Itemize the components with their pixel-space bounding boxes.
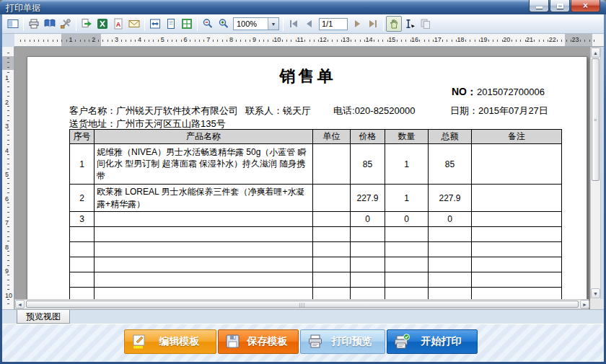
page-setup-button[interactable] — [42, 16, 58, 32]
table-cell: 3 — [70, 212, 95, 227]
table-cell — [70, 242, 95, 257]
table-cell — [351, 257, 385, 272]
table-cell — [472, 272, 562, 288]
tab-preview-view[interactable]: 预览视图 — [17, 310, 70, 324]
table-cell — [472, 242, 562, 257]
phone-field: 电话:020-82520000 — [333, 105, 415, 117]
table-cell — [472, 212, 562, 227]
close-button[interactable]: × — [571, 0, 600, 12]
window-body: A 100% ▼ 1 — [2, 14, 604, 362]
start-print-icon — [394, 334, 410, 350]
options-button[interactable] — [58, 16, 74, 32]
save-template-button[interactable]: 保存模板 — [218, 329, 299, 354]
vertical-scrollbar[interactable]: ▲ ≡ ▼ — [590, 47, 601, 309]
zoom-out-icon[interactable] — [200, 16, 216, 32]
zoom-in-icon[interactable] — [216, 16, 232, 32]
contact-field: 联系人：锐天厅 — [245, 105, 311, 117]
table-cell: 227.9 — [351, 185, 385, 212]
edit-template-icon — [131, 334, 147, 350]
table-cell — [429, 272, 472, 288]
zoom-level-value: 100% — [234, 18, 268, 30]
table-cell — [70, 227, 95, 242]
table-cell: 2 — [70, 185, 95, 212]
table-cell: 85 — [429, 144, 472, 185]
horizontal-scrollbar-thumb[interactable]: ||| — [26, 301, 579, 308]
export-excel-button[interactable] — [95, 16, 110, 32]
table-header-row: 序号产品名称单位价格数量总额备注 — [70, 130, 562, 144]
table-header-cell: 数量 — [385, 130, 429, 144]
copy-button[interactable] — [418, 16, 434, 32]
table-cell — [95, 257, 313, 272]
prev-page-button[interactable] — [302, 16, 317, 32]
table-cell — [95, 212, 313, 227]
table-cell: 85 — [351, 144, 385, 185]
vertical-scrollbar-thumb[interactable]: ≡ — [592, 58, 600, 181]
minimize-button[interactable] — [529, 0, 549, 12]
table-cell: 1 — [70, 144, 95, 185]
customer-field: 客户名称：广州锐天厅软件技术有限公司 — [69, 105, 238, 117]
table-row — [70, 242, 562, 257]
panel-toggle-button[interactable] — [5, 16, 21, 32]
horizontal-scrollbar[interactable]: ◄ ||| ► — [14, 299, 589, 309]
table-cell — [313, 257, 351, 272]
scroll-right-icon[interactable]: ► — [580, 300, 589, 308]
first-page-button[interactable] — [286, 16, 302, 32]
scroll-down-icon[interactable]: ▼ — [591, 288, 600, 298]
document-number: NO：2015072700006 — [452, 86, 545, 99]
document-number-value: 2015072700006 — [477, 86, 545, 97]
table-cell: 1 — [385, 185, 429, 212]
top-margin-indicator — [2, 56, 14, 70]
text-select-tool-button[interactable] — [402, 16, 418, 32]
sales-table: 序号产品名称单位价格数量总额备注 1妮维雅（NIVEA）男士水活畅透精华露 50… — [69, 129, 562, 303]
close-icon: × — [583, 1, 588, 11]
table-cell — [95, 272, 313, 288]
scroll-up-icon[interactable]: ▲ — [591, 48, 600, 58]
table-body: 1妮维雅（NIVEA）男士水活畅透精华露 50g（小蓝管 瞬间化水 型男订制 超… — [70, 144, 562, 303]
maximize-button[interactable] — [550, 0, 570, 12]
table-cell — [351, 227, 385, 242]
table-cell — [429, 257, 472, 272]
table-cell — [313, 212, 351, 227]
toolbar-separator — [23, 17, 24, 31]
toolbar: A 100% ▼ — [2, 14, 604, 34]
table-row: 1妮维雅（NIVEA）男士水活畅透精华露 50g（小蓝管 瞬间化水 型男订制 超… — [70, 144, 562, 185]
tab-bar: 预览视图 — [2, 309, 604, 324]
scroll-left-icon[interactable]: ◄ — [15, 300, 25, 308]
start-print-button[interactable]: 开始打印 — [387, 329, 478, 354]
table-cell — [313, 242, 351, 257]
toolbar-separator — [76, 17, 76, 31]
page-indicator-input[interactable] — [319, 18, 348, 30]
export-pdf-button[interactable]: A — [110, 16, 126, 32]
export-button[interactable] — [79, 16, 95, 32]
print-preview-icon — [307, 334, 323, 350]
table-cell: 0 — [351, 212, 385, 227]
print-button[interactable] — [26, 16, 42, 32]
email-button[interactable] — [126, 16, 142, 32]
table-cell — [385, 242, 429, 257]
last-page-button[interactable] — [365, 16, 381, 32]
page-width-view-button[interactable] — [147, 16, 163, 32]
table-cell — [472, 144, 562, 185]
table-cell — [313, 272, 351, 288]
table-cell — [313, 144, 351, 185]
table-cell: 0 — [429, 212, 472, 227]
vertical-ruler: 12345678910 — [2, 47, 14, 309]
hand-tool-button[interactable] — [386, 16, 402, 32]
zoom-level-select[interactable]: 100% ▼ — [233, 17, 279, 30]
document-title: 销售单 — [27, 66, 588, 87]
next-page-button[interactable] — [349, 16, 365, 32]
toolbar-separator — [283, 17, 284, 31]
maximize-icon — [557, 4, 563, 9]
whole-page-view-button[interactable] — [163, 16, 179, 32]
table-cell — [429, 242, 472, 257]
print-preview-button[interactable]: 打印预览 — [300, 329, 385, 354]
table-row: 2欧莱雅 LOREAL 男士水能保养三件套（净爽着哩+水凝露+精华露）227.9… — [70, 185, 562, 212]
bottom-panel: 编辑模板 保存模板 打印预览 开始打印 — [2, 324, 604, 362]
chevron-down-icon: ▼ — [268, 18, 278, 30]
print-document-window: 打印单据 × A 100% — [0, 0, 606, 364]
edit-template-button[interactable]: 编辑模板 — [124, 329, 216, 354]
table-row: 3000 — [70, 212, 562, 227]
table-cell — [429, 227, 472, 242]
multi-page-view-button[interactable] — [179, 16, 195, 32]
table-cell — [472, 185, 562, 212]
